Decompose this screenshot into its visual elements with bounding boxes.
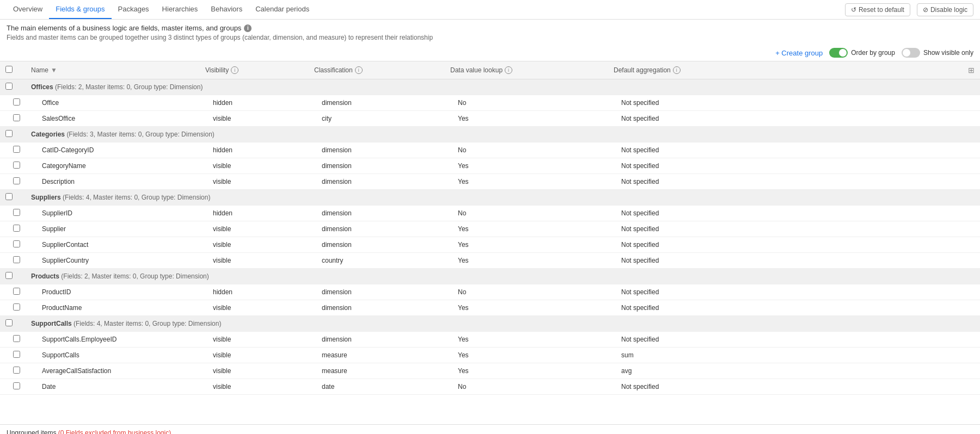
nav-tabs: OverviewFields & groupsPackagesHierarchi…	[0, 0, 980, 20]
create-group-button[interactable]: + Create group	[775, 49, 823, 57]
nav-tab-hierarchies[interactable]: Hierarchies	[156, 0, 205, 19]
row-visibility: visible	[200, 332, 309, 348]
row-checkbox-cell	[0, 332, 26, 348]
row-dvl: Yes	[445, 300, 608, 316]
table-row: Description visible dimension Yes Not sp…	[0, 174, 980, 190]
group-checkbox[interactable]	[5, 83, 13, 90]
row-checkbox[interactable]	[13, 98, 20, 106]
group-name: Suppliers	[31, 194, 61, 201]
row-checkbox[interactable]	[13, 288, 20, 295]
table-row: SupportCalls.EmployeeID visible dimensio…	[0, 332, 980, 348]
fields-groups-table: Name ▼ Visibility i Classification	[0, 61, 980, 395]
grid-view-icon[interactable]: ⊞	[968, 66, 975, 75]
disable-logic-button[interactable]: ⊘ Disable logic	[917, 3, 973, 16]
row-classification: dimension	[309, 237, 445, 253]
nav-tab-overview[interactable]: Overview	[7, 0, 49, 19]
group-row-suppliers: Suppliers (Fields: 4, Master items: 0, G…	[0, 190, 980, 206]
info-bar: The main elements of a business logic ar…	[0, 20, 980, 45]
row-classification: dimension	[309, 284, 445, 300]
row-dvl: No	[445, 284, 608, 300]
row-checkbox-cell	[0, 111, 26, 127]
row-checkbox[interactable]	[13, 335, 20, 342]
table-row: Office hidden dimension No Not specified	[0, 95, 980, 111]
row-checkbox-cell	[0, 95, 26, 111]
row-checkbox-cell	[0, 348, 26, 363]
row-checkbox[interactable]	[13, 303, 20, 311]
order-by-group-toggle[interactable]	[829, 48, 848, 58]
row-checkbox[interactable]	[13, 351, 20, 358]
group-checkbox[interactable]	[5, 130, 13, 137]
group-checkbox[interactable]	[5, 272, 13, 279]
row-name: Description	[26, 174, 200, 190]
info-icon-classification[interactable]: i	[355, 66, 363, 74]
reset-to-default-button[interactable]: ↺ Reset to default	[845, 3, 910, 16]
nav-tab-behaviors[interactable]: Behaviors	[204, 0, 249, 19]
row-checkbox[interactable]	[13, 240, 20, 247]
row-dvl: Yes	[445, 237, 608, 253]
info-icon-dvl[interactable]: i	[505, 66, 512, 74]
group-name: SupportCalls	[31, 320, 72, 327]
row-classification: dimension	[309, 221, 445, 237]
row-visibility: visible	[200, 379, 309, 395]
row-dvl: Yes	[445, 332, 608, 348]
header-data-value-lookup: Data value lookup i	[445, 61, 608, 79]
row-checkbox[interactable]	[13, 367, 20, 374]
row-classification: country	[309, 253, 445, 269]
table-scroll-wrapper: Name ▼ Visibility i Classification	[0, 61, 980, 424]
header-dvl-label: Data value lookup	[450, 66, 503, 74]
row-dagg: Not specified	[608, 95, 980, 111]
row-dvl: Yes	[445, 158, 608, 174]
row-visibility: visible	[200, 300, 309, 316]
header-visibility-label: Visibility	[205, 66, 229, 74]
row-visibility: visible	[200, 221, 309, 237]
nav-tab-calendar-periods[interactable]: Calendar periods	[249, 0, 316, 19]
row-checkbox[interactable]	[13, 114, 20, 121]
group-checkbox[interactable]	[5, 319, 13, 326]
row-checkbox[interactable]	[13, 382, 20, 389]
order-by-group-toggle-group: Order by group	[829, 48, 895, 58]
ungrouped-label: Ungrouped items	[7, 429, 56, 434]
row-visibility: visible	[200, 348, 309, 363]
row-classification: measure	[309, 348, 445, 363]
show-visible-only-toggle[interactable]	[902, 48, 920, 58]
row-dagg: Not specified	[608, 206, 980, 221]
nav-tab-packages[interactable]: Packages	[112, 0, 156, 19]
filter-icon[interactable]: ▼	[51, 66, 57, 74]
info-icon-main[interactable]: i	[244, 24, 252, 32]
row-dagg: Not specified	[608, 111, 980, 127]
row-checkbox[interactable]	[13, 256, 20, 263]
info-icon-dagg[interactable]: i	[673, 66, 681, 74]
row-checkbox[interactable]	[13, 146, 20, 153]
row-classification: dimension	[309, 300, 445, 316]
row-name: SupplierContact	[26, 237, 200, 253]
row-name: AverageCallSatisfaction	[26, 363, 200, 379]
row-checkbox[interactable]	[13, 225, 20, 232]
header-classification-label: Classification	[314, 66, 353, 74]
row-checkbox[interactable]	[13, 209, 20, 216]
select-all-checkbox[interactable]	[5, 66, 13, 73]
row-visibility: visible	[200, 158, 309, 174]
header-checkbox-cell	[0, 61, 26, 79]
group-checkbox-cell	[0, 79, 26, 95]
row-dvl: Yes	[445, 221, 608, 237]
row-checkbox[interactable]	[13, 162, 20, 169]
table-container: Name ▼ Visibility i Classification	[0, 61, 980, 395]
header-name: Name ▼	[26, 61, 200, 79]
show-visible-only-label: Show visible only	[923, 49, 973, 57]
ungrouped-count: (0 Fields excluded from business logic)	[58, 429, 171, 434]
info-icon-visibility[interactable]: i	[231, 66, 238, 74]
main-text-row: The main elements of a business logic ar…	[7, 24, 973, 32]
row-classification: date	[309, 379, 445, 395]
row-dagg: sum	[608, 348, 980, 363]
nav-tab-fields-groups[interactable]: Fields & groups	[49, 0, 111, 19]
group-meta: (Fields: 4, Master items: 0, Group type:…	[63, 194, 210, 201]
row-checkbox[interactable]	[13, 177, 20, 184]
row-checkbox-cell	[0, 206, 26, 221]
group-checkbox[interactable]	[5, 193, 13, 200]
row-dagg: Not specified	[608, 142, 980, 158]
group-name: Categories	[31, 131, 65, 138]
order-by-group-label: Order by group	[851, 49, 895, 57]
group-checkbox-cell	[0, 316, 26, 332]
row-name: SupplierCountry	[26, 253, 200, 269]
group-label-cell: Categories (Fields: 3, Master items: 0, …	[26, 127, 980, 142]
